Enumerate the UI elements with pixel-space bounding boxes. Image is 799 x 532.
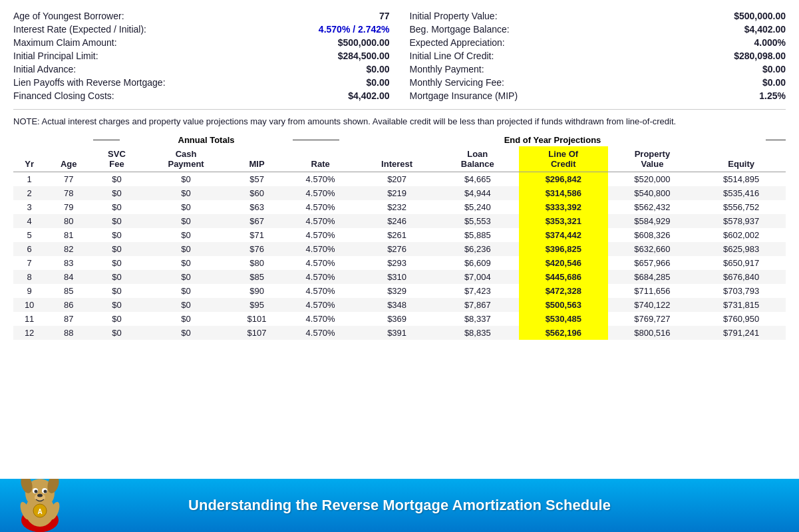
cell-age: 87: [45, 312, 92, 326]
table-header-row: YrAgeSVCFeeCashPaymentMIPRateInterestLoa…: [13, 146, 786, 172]
cell-svc: $0: [92, 270, 142, 284]
cell-rate: 4.570%: [283, 172, 358, 186]
footer-text: Understanding the Reverse Mortgage Amort…: [188, 497, 611, 514]
col-header-svc: SVCFee: [92, 146, 142, 172]
cell-yr: 4: [13, 214, 45, 228]
cell-interest: $232: [358, 200, 436, 214]
cell-svc: $0: [92, 326, 142, 340]
cell-yr: 3: [13, 200, 45, 214]
summary-row: Monthly Payment:$0.00: [410, 63, 786, 76]
summary-label: Expected Appreciation:: [410, 37, 505, 48]
cell-yr: 11: [13, 312, 45, 326]
summary-row: Financed Closing Costs:$4,402.00: [13, 89, 390, 102]
cell-equity: $535,416: [697, 186, 786, 200]
table-row: 884$0$0$854.570%$310$7,004$445,686$684,2…: [13, 270, 786, 284]
cell-interest: $310: [358, 270, 436, 284]
cell-equity: $556,752: [697, 200, 786, 214]
cell-cash: $0: [142, 326, 231, 340]
mascot: A: [13, 479, 67, 532]
table-row: 1288$0$0$1074.570%$391$8,835$562,196$800…: [13, 326, 786, 340]
cell-svc: $0: [92, 256, 142, 270]
cell-cash: $0: [142, 242, 231, 256]
cell-loc: $562,196: [519, 326, 608, 340]
cell-equity: $731,815: [697, 298, 786, 312]
cell-prop: $540,800: [608, 186, 697, 200]
cell-yr: 8: [13, 270, 45, 284]
cell-loc: $472,328: [519, 284, 608, 298]
table-row: 985$0$0$904.570%$329$7,423$472,328$711,6…: [13, 284, 786, 298]
cell-cash: $0: [142, 256, 231, 270]
cell-yr: 6: [13, 242, 45, 256]
cell-yr: 1: [13, 172, 45, 186]
summary-label: Maximum Claim Amount:: [13, 37, 117, 48]
cell-loc: $333,392: [519, 200, 608, 214]
table-row: 480$0$0$674.570%$246$5,553$353,321$584,9…: [13, 214, 786, 228]
svg-point-10: [37, 494, 43, 497]
cell-rate: 4.570%: [283, 228, 358, 242]
cell-equity: $578,937: [697, 214, 786, 228]
cell-interest: $219: [358, 186, 436, 200]
cell-cash: $0: [142, 186, 231, 200]
summary-value: $0.00: [366, 64, 389, 74]
cell-loan: $5,885: [436, 228, 519, 242]
cell-mip: $85: [230, 270, 283, 284]
cell-cash: $0: [142, 200, 231, 214]
col-header-mip: MIP: [230, 146, 283, 172]
cell-cash: $0: [142, 270, 231, 284]
cell-equity: $760,950: [697, 312, 786, 326]
table-body: 177$0$0$574.570%$207$4,665$296,842$520,0…: [13, 172, 786, 340]
cell-age: 85: [45, 284, 92, 298]
svg-point-7: [35, 490, 38, 493]
group-header-row: Annual Totals End of Year Projections: [13, 135, 786, 145]
cell-svc: $0: [92, 186, 142, 200]
cell-loc: $500,563: [519, 298, 608, 312]
cell-loan: $4,944: [436, 186, 519, 200]
note-section: NOTE: Actual interest charges and proper…: [13, 115, 786, 128]
summary-row: Age of Youngest Borrower:77: [13, 9, 390, 23]
summary-value: $0.00: [366, 77, 389, 88]
summary-label: Monthly Servicing Fee:: [410, 77, 504, 88]
cell-equity: $650,917: [697, 256, 786, 270]
cell-prop: $584,929: [608, 214, 697, 228]
cell-loc: $374,442: [519, 228, 608, 242]
cell-interest: $369: [358, 312, 436, 326]
cell-cash: $0: [142, 312, 231, 326]
cell-svc: $0: [92, 312, 142, 326]
svg-point-8: [44, 490, 47, 493]
cell-svc: $0: [92, 298, 142, 312]
summary-value: $280,098.00: [734, 51, 786, 61]
cell-rate: 4.570%: [283, 214, 358, 228]
cell-age: 77: [45, 172, 92, 186]
summary-row: Lien Payoffs with Reverse Mortgage:$0.00: [13, 76, 390, 89]
cell-loc: $530,485: [519, 312, 608, 326]
summary-row: Expected Appreciation:4.000%: [410, 36, 786, 49]
cell-loan: $7,423: [436, 284, 519, 298]
cell-yr: 10: [13, 298, 45, 312]
table-row: 1187$0$0$1014.570%$369$8,337$530,485$769…: [13, 312, 786, 326]
summary-row: Monthly Servicing Fee:$0.00: [410, 76, 786, 89]
cell-cash: $0: [142, 214, 231, 228]
cell-mip: $95: [230, 298, 283, 312]
summary-label: Initial Property Value:: [410, 11, 498, 21]
cell-rate: 4.570%: [283, 298, 358, 312]
cell-interest: $207: [358, 172, 436, 186]
cell-mip: $101: [230, 312, 283, 326]
cell-prop: $657,966: [608, 256, 697, 270]
summary-label: Initial Principal Limit:: [13, 51, 98, 61]
summary-row: Initial Advance:$0.00: [13, 63, 390, 76]
cell-prop: $608,326: [608, 228, 697, 242]
cell-svc: $0: [92, 172, 142, 186]
summary-row: Mortgage Insurance (MIP)1.25%: [410, 89, 786, 102]
cell-equity: $625,983: [697, 242, 786, 256]
summary-right: Initial Property Value:$500,000.00Beg. M…: [410, 9, 786, 102]
cell-interest: $261: [358, 228, 436, 242]
cell-loc: $296,842: [519, 172, 608, 186]
col-header-prop: PropertyValue: [608, 146, 697, 172]
summary-value: $0.00: [762, 77, 786, 88]
summary-row: Initial Principal Limit:$284,500.00: [13, 49, 390, 63]
table-row: 682$0$0$764.570%$276$6,236$396,825$632,6…: [13, 242, 786, 256]
cell-yr: 2: [13, 186, 45, 200]
cell-loc: $420,546: [519, 256, 608, 270]
cell-loc: $445,686: [519, 270, 608, 284]
cell-prop: $684,285: [608, 270, 697, 284]
